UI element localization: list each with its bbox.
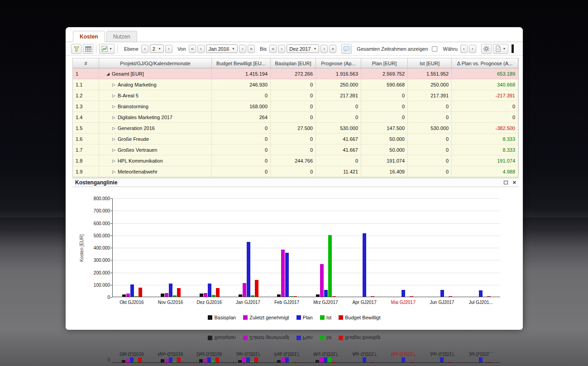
tree-collapsed-icon[interactable]: ▷ [112, 159, 115, 163]
table-row[interactable]: 1.1▷Analog Marketing246.9300250.000590.6… [73, 79, 518, 90]
chart-plot [112, 198, 500, 297]
column-header[interactable]: Budget Bewilligt [EU... [212, 58, 271, 68]
column-header[interactable]: Basisplan [EUR] [271, 58, 316, 68]
table-view-button[interactable] [83, 44, 93, 54]
chart-panel-header: Kostenganglinie × [72, 178, 519, 187]
table-row[interactable]: 1.5▷Generation 2016027.500530.000147.500… [73, 123, 518, 134]
filter-button[interactable] [71, 44, 81, 54]
von-first-button[interactable]: « [189, 45, 196, 53]
tree-collapsed-icon[interactable]: ▷ [112, 148, 115, 152]
von-last-button[interactable]: » [248, 45, 255, 53]
von-date-select[interactable]: Jan 2016 ▼ [206, 44, 238, 53]
bar-group [384, 198, 423, 297]
currency-label: Währu [443, 46, 458, 52]
legend-label: Plan [303, 315, 313, 320]
cell-plan: 50.000 [361, 144, 408, 155]
bis-date-value: Dez 2017 [289, 46, 311, 52]
restore-icon[interactable] [504, 181, 508, 184]
cell-ist: 0 [408, 144, 452, 155]
bar-basisplan [161, 359, 164, 362]
bar-ist [250, 361, 254, 362]
currency-next-button[interactable]: › [469, 45, 476, 53]
bis-date-select[interactable]: Dez 2017 ▼ [287, 44, 319, 53]
axis-tick [110, 223, 112, 224]
chevron-down-icon: ▼ [313, 47, 316, 50]
column-header[interactable]: # [73, 58, 99, 68]
bis-prev-button[interactable]: ‹ [278, 45, 285, 53]
cell-project-name: ▷B-Areal 5 [99, 90, 212, 101]
cell-delta: 0 [452, 112, 518, 122]
bar-zuletzt-genehmigt [320, 264, 324, 297]
export-button[interactable]: ▼ [493, 44, 508, 54]
tab-kosten[interactable]: Kosten [73, 31, 105, 42]
bar-budget-bewilligt [487, 362, 491, 362]
table-row[interactable]: 1.3▷Brainstorming168.00000000 [73, 101, 518, 112]
bis-last-button[interactable]: » [329, 45, 336, 53]
toolbar-separator [96, 45, 96, 53]
bar-ist [134, 296, 138, 297]
timeframe-checkbox[interactable] [432, 46, 437, 52]
tree-collapsed-icon[interactable]: ▷ [112, 115, 115, 120]
tree-collapsed-icon[interactable]: ▷ [112, 137, 115, 141]
bar-plan [402, 290, 405, 297]
cell-plan: 50.000 [361, 134, 408, 144]
y-tick-label: 500.000 [80, 233, 110, 238]
column-header[interactable]: Prognose (Ap... [316, 58, 361, 68]
x-axis-label: Nov GJ2016 [151, 300, 190, 305]
bar-group [384, 357, 423, 362]
cell-delta: 653.189 [452, 68, 518, 79]
axis-tick [110, 273, 112, 273]
ebene-prev-button[interactable]: ‹ [141, 45, 148, 53]
tree-collapsed-icon[interactable]: ▷ [112, 104, 115, 109]
tree-collapsed-icon[interactable]: ▷ [112, 93, 115, 98]
tree-collapsed-icon[interactable]: ▷ [112, 126, 115, 130]
bis-first-button[interactable]: « [269, 45, 277, 53]
tab-nutzen[interactable]: Nutzen [106, 31, 137, 42]
tree-collapsed-icon[interactable]: ▷ [112, 82, 115, 87]
bar-plan [285, 253, 289, 297]
cell-budget: 0 [212, 155, 271, 166]
bar-plan [207, 357, 211, 362]
table-row[interactable]: 1◢Gesamt [EUR]1.415.194272.2661.916.5632… [73, 68, 518, 79]
settings-button[interactable] [481, 44, 492, 54]
ebene-select[interactable]: 2 ▼ [150, 44, 164, 53]
tree-collapsed-icon[interactable]: ▷ [112, 169, 115, 174]
bar-basisplan [316, 360, 319, 362]
bar-ist [173, 295, 177, 297]
table-row[interactable]: 1.7▷Großes Vertrauen0041.66750.00008.333 [73, 144, 518, 155]
legend-label: Ist [326, 315, 332, 320]
ebene-next-button[interactable]: › [165, 45, 172, 53]
bar-budget-bewilligt [216, 288, 220, 297]
column-header[interactable]: Δ Plan vs. Prognose (A... [452, 58, 518, 68]
cell-plan: 2.569.752 [361, 68, 408, 79]
legend-swatch [339, 315, 343, 320]
legend-item: Zuletzt genehmigt [243, 315, 289, 320]
tree-expanded-icon[interactable]: ◢ [106, 72, 110, 76]
y-tick-label: 600.000 [80, 221, 110, 226]
reflected-legend: BasisplanZuletzt genehmigtPlanIstBudget … [66, 335, 523, 341]
column-header[interactable]: Ist [EUR] [408, 58, 452, 68]
bar-group [112, 357, 151, 362]
bis-next-button[interactable]: › [320, 45, 328, 53]
legend-swatch [208, 336, 212, 340]
table-row[interactable]: 1.4▷Digitales Marketing 201726400000 [73, 112, 518, 123]
currency-prev-button[interactable]: ‹ [460, 45, 468, 53]
cell-project-name: ▷Große Freude [99, 134, 212, 144]
legend-label: Budget Bewilligt [345, 315, 380, 320]
cell-row-number: 1.3 [73, 101, 99, 111]
close-icon[interactable]: × [512, 180, 516, 185]
bar-plan [479, 357, 483, 362]
chart-view-button[interactable]: ▼ [99, 44, 115, 54]
table-row[interactable]: 1.9▷Meteoritenabwehr0011.42116.40904.988 [73, 166, 518, 177]
table-row[interactable]: 1.6▷Große Freude0041.66750.00008.333 [73, 134, 518, 144]
cell-plan: 191.074 [361, 155, 408, 166]
cell-delta: 0 [452, 101, 518, 111]
column-header[interactable]: Plan [EUR] [361, 58, 408, 68]
table-row[interactable]: 1.8▷HPL Kommunikation0244.7660191.074019… [73, 155, 518, 166]
von-prev-button[interactable]: ‹ [197, 45, 205, 53]
table-row[interactable]: 1.2▷B-Areal 500217.3910217.391-217.391 [73, 90, 518, 101]
comment-button[interactable] [341, 44, 352, 54]
column-header[interactable]: Projekt/GJ/GQ/Kalendermonate [99, 58, 212, 68]
x-axis-label: Mrz GJ2017 [306, 300, 345, 305]
von-next-button[interactable]: › [239, 45, 246, 53]
